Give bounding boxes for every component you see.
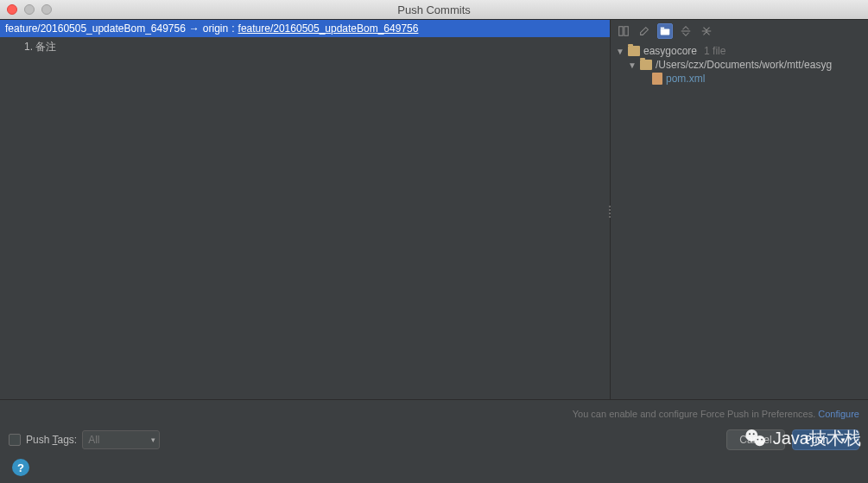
file-tree: ▼ easygocore 1 file ▼ /Users/czx/Documen… (611, 42, 868, 87)
module-name: easygocore (643, 45, 697, 57)
push-tags-label: Push Tags: (26, 434, 77, 446)
edit-icon[interactable] (637, 23, 652, 39)
configure-link[interactable]: Configure (818, 409, 859, 419)
branch-row[interactable]: feature/20160505_updateBom_649756 → orig… (0, 20, 610, 37)
file-count: 1 file (704, 45, 725, 57)
commit-list: 1. 备注 (0, 37, 610, 55)
show-diff-icon[interactable] (616, 23, 631, 39)
remote-name: origin (203, 22, 228, 35)
help-icon[interactable]: ? (12, 459, 29, 476)
dialog-buttons: Cancel Push▼ (726, 429, 859, 450)
chevron-down-icon[interactable]: ▼ (628, 60, 637, 70)
arrow-icon: → (189, 22, 200, 35)
separator: : (231, 22, 234, 35)
xml-file-icon (652, 73, 662, 85)
commit-message: 备注 (35, 41, 56, 53)
svg-rect-2 (661, 29, 670, 35)
collapse-all-icon[interactable] (699, 23, 714, 39)
chevron-down-icon[interactable]: ▼ (835, 436, 846, 444)
folder-path: /Users/czx/Documents/work/mtt/easyg (656, 59, 832, 71)
push-tags-group: Push Tags: All (9, 430, 160, 449)
push-tags-checkbox[interactable] (9, 434, 21, 446)
commit-item[interactable]: 1. 备注 (24, 39, 610, 55)
chevron-down-icon[interactable]: ▼ (616, 47, 624, 56)
source-branch: feature/20160505_updateBom_649756 (5, 22, 186, 35)
window-title: Push Commits (397, 3, 471, 16)
folder-icon (640, 60, 652, 70)
expand-all-icon[interactable] (678, 23, 694, 39)
commit-number: 1. (24, 41, 33, 53)
tree-root[interactable]: ▼ easygocore 1 file (616, 44, 863, 58)
tree-file[interactable]: pom.xml (616, 72, 863, 86)
main-content: feature/20160505_updateBom_649756 → orig… (0, 19, 868, 399)
push-button[interactable]: Push▼ (792, 429, 859, 450)
close-window-button[interactable] (7, 4, 17, 15)
titlebar: Push Commits (0, 0, 868, 19)
zoom-window-button[interactable] (41, 4, 52, 15)
svg-rect-1 (624, 27, 628, 36)
footer: You can enable and configure Force Push … (0, 399, 868, 483)
group-by-directory-icon[interactable] (657, 23, 673, 39)
module-icon (628, 46, 640, 56)
svg-rect-3 (661, 28, 664, 29)
files-toolbar (611, 20, 868, 42)
traffic-lights (7, 4, 52, 15)
file-name: pom.xml (666, 73, 705, 85)
commits-panel: feature/20160505_updateBom_649756 → orig… (0, 20, 611, 399)
tree-folder[interactable]: ▼ /Users/czx/Documents/work/mtt/easyg (616, 58, 863, 72)
hint-text: You can enable and configure Force Push … (573, 409, 819, 419)
splitter-handle[interactable] (607, 203, 612, 220)
force-push-hint: You can enable and configure Force Push … (9, 405, 859, 426)
help-row: ? (9, 454, 859, 480)
push-tags-dropdown[interactable]: All (82, 430, 160, 449)
svg-rect-0 (619, 27, 623, 36)
bottom-row: Push Tags: All Cancel Push▼ (9, 426, 859, 454)
files-panel: ▼ easygocore 1 file ▼ /Users/czx/Documen… (611, 20, 868, 399)
target-branch[interactable]: feature/20160505_updateBom_649756 (238, 22, 419, 35)
minimize-window-button[interactable] (24, 4, 35, 15)
cancel-button[interactable]: Cancel (726, 429, 784, 450)
